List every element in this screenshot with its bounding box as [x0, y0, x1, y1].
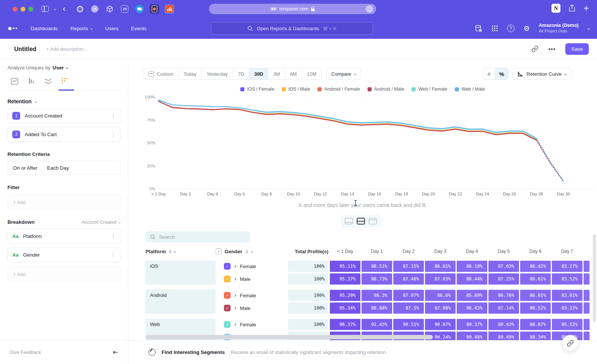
day-column-header[interactable]: Day 2 [393, 249, 424, 254]
criteria-operator[interactable]: On or After [13, 165, 37, 171]
share-report-button[interactable] [562, 335, 578, 351]
retention-value-cell[interactable]: 85.89% [457, 290, 487, 301]
retention-value-cell[interactable]: 85.52% [552, 319, 582, 330]
retention-value-cell[interactable]: 88.88% [362, 302, 392, 314]
analyze-value[interactable]: User [53, 65, 64, 70]
add-description-field[interactable]: + Add description... [46, 46, 88, 52]
platform-column-header[interactable]: Platform4 [146, 249, 216, 254]
platform-cell[interactable]: iOS [146, 260, 216, 285]
kebab-menu-icon[interactable]: ⋮ [111, 113, 116, 119]
retention-value-cell[interactable]: 87.07% [393, 290, 424, 301]
share-icon[interactable] [569, 4, 575, 12]
expand-chevron-icon[interactable] [234, 323, 236, 326]
tab-insights[interactable] [10, 77, 19, 85]
range-button-12m[interactable]: 12M [301, 68, 321, 79]
retention-value-cell[interactable]: 87.25% [488, 273, 519, 285]
day-column-header[interactable]: Day 1 [362, 249, 392, 254]
retention-value-cell[interactable]: 96.37% [330, 319, 360, 330]
series-checkbox[interactable]: ✓ [224, 321, 231, 328]
retention-value-cell[interactable]: 95.29% [330, 290, 360, 301]
layout-table-button[interactable] [368, 217, 378, 225]
table-row[interactable]: ✓Female100%95.11%88.51%87.15%86.81%86.19… [216, 260, 590, 272]
breakdown-card-platform[interactable]: AaPlatform⋮ [7, 229, 121, 244]
retention-step-card[interactable]: 1Account Created⋮ [7, 108, 121, 123]
retention-value-cell[interactable]: 86.61% [520, 273, 551, 285]
retention-value-cell[interactable]: 83.22% [552, 302, 582, 314]
segments-title[interactable]: Find Interesting Segments [162, 349, 225, 355]
retention-value-cell[interactable]: 83.52% [552, 273, 582, 285]
table-row[interactable]: ✓Male100%95.34%88.88%87.5%87.08%86.43%87… [216, 302, 590, 314]
retention-value-cell[interactable]: 89.42% [488, 319, 519, 330]
nav-item-dashboards[interactable]: Dashboards [31, 26, 58, 31]
legend-item[interactable]: Android / Female [318, 87, 360, 92]
expand-chevron-icon[interactable] [234, 307, 236, 309]
more-actions-icon[interactable]: ••• [548, 46, 556, 53]
retention-value-cell[interactable]: 91.43% [362, 319, 392, 330]
range-button-3m[interactable]: 3M [268, 68, 285, 79]
retention-value-cell[interactable]: 89.37% [457, 319, 487, 330]
day-column-header[interactable]: Day 6 [520, 249, 551, 254]
nav-item-users[interactable]: Users [105, 26, 118, 31]
notion-icon[interactable]: N [551, 4, 560, 13]
table-row[interactable]: ✓Female100%96.37%91.43%90.51%90.07%89.37… [216, 318, 590, 330]
retention-value-cell[interactable]: 87.03% [425, 273, 456, 285]
count-toggle-button[interactable]: # [483, 68, 494, 79]
tab-flows[interactable] [44, 77, 52, 85]
minimize-window-button[interactable] [21, 7, 25, 12]
range-button-today[interactable]: Today [178, 68, 201, 79]
js-extension-icon[interactable]: JS [120, 4, 129, 14]
retention-value-cell[interactable]: 86.81% [425, 261, 456, 272]
retention-value-cell[interactable]: 86.42% [520, 261, 551, 272]
retention-value-cell[interactable]: 88.34% [520, 332, 551, 340]
day-column-header[interactable]: Day 3 [425, 249, 456, 254]
retention-value-cell[interactable]: 83.27% [552, 261, 582, 272]
data-management-icon[interactable] [475, 25, 482, 32]
percent-toggle-button[interactable]: % [495, 68, 508, 79]
zoom-window-button[interactable] [28, 7, 33, 12]
range-button-custom[interactable]: Custom [144, 68, 178, 79]
range-button-30d[interactable]: 30D [249, 68, 268, 79]
series-checkbox[interactable]: ✓ [224, 276, 231, 282]
gender-cell[interactable]: ✓Male [216, 276, 288, 282]
gender-cell[interactable]: ✓Female [216, 321, 288, 328]
chart-type-dropdown[interactable]: Retention Curve [512, 68, 572, 80]
retention-value-cell[interactable]: 86.44% [457, 273, 487, 285]
gender-column-header[interactable]: – Gender3 [216, 248, 288, 254]
cube-extension-icon[interactable] [105, 4, 115, 14]
tab-funnels[interactable] [27, 77, 35, 85]
settings-gear-icon[interactable]: ⚙ [523, 24, 530, 33]
retention-value-cell[interactable]: 87.08% [425, 302, 456, 314]
target-extension-icon[interactable] [75, 4, 85, 14]
table-row[interactable]: ✓Male100%95.37%88.73%87.46%87.03%86.44%8… [216, 273, 590, 285]
tab-retention[interactable] [61, 77, 69, 85]
gender-cell[interactable]: ✓Male [216, 305, 288, 311]
expand-chevron-icon[interactable] [234, 265, 236, 267]
retention-value-cell[interactable]: 88.3% [362, 290, 392, 301]
series-line[interactable] [159, 101, 537, 141]
retention-value-cell[interactable]: 89.49% [488, 332, 519, 340]
retention-value-cell[interactable]: 89.48% [457, 332, 487, 340]
series-checkbox[interactable]: ✓ [224, 263, 231, 270]
new-tab-icon[interactable]: + [584, 4, 589, 13]
report-title[interactable]: Untitled [14, 46, 37, 53]
day-column-header[interactable]: Day 5 [488, 249, 519, 254]
retention-value-cell[interactable]: 86.76% [488, 290, 519, 301]
legend-item[interactable]: Android / Male [368, 87, 404, 92]
table-row[interactable]: ✓Female100%95.29%88.3%87.07%86.6%85.89%8… [216, 289, 590, 301]
range-button-yesterday[interactable]: Yesterday [201, 68, 233, 79]
series-line[interactable] [159, 100, 537, 139]
series-line[interactable] [159, 101, 537, 140]
back-button[interactable]: ‹ [63, 5, 65, 13]
layout-split-button[interactable] [356, 217, 366, 225]
mixpanel-logo-icon[interactable] [8, 27, 17, 30]
series-checkbox[interactable]: ✓ [224, 305, 231, 311]
nav-item-reports[interactable]: Reports [71, 26, 93, 31]
copy-link-icon[interactable] [531, 46, 538, 53]
legend-item[interactable]: Web / Male [455, 87, 485, 92]
url-more-icon[interactable]: ⋯ [366, 5, 373, 13]
retention-value-cell[interactable]: 86.43% [457, 302, 487, 314]
project-switcher[interactable]: Amazonia {Demo} All Project Data [539, 23, 579, 34]
expand-chevron-icon[interactable] [234, 277, 236, 280]
kebab-menu-icon[interactable]: ⋮ [111, 233, 116, 239]
apps-grid-icon[interactable] [491, 25, 498, 32]
